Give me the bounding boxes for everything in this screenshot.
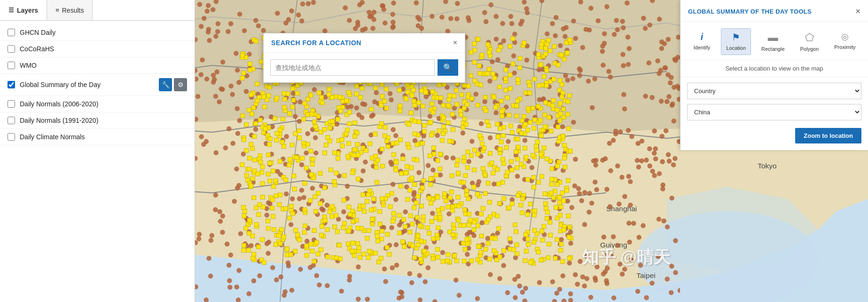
proximity-label: Proximity [834, 44, 855, 50]
search-modal-header: SEARCH FOR A LOCATION × [264, 33, 465, 53]
identify-label: Identify [694, 45, 710, 50]
select-location-hint: Select a location to view on the map [680, 60, 868, 77]
tools-panel-close-button[interactable]: × [855, 7, 860, 16]
layers-icon: ☰ [8, 7, 14, 14]
tools-panel-title: GLOBAL SUMMARY OF THE DAY TOOLS [688, 8, 812, 15]
layer-item-ghcn: GHCN Daily [0, 24, 195, 41]
svg-text:Taipei: Taipei [636, 271, 655, 279]
layer-item-daily-normals-2006: Daily Normals (2006-2020) [0, 96, 195, 112]
search-location-modal: SEARCH FOR A LOCATION × 🔍 [263, 33, 465, 83]
polygon-label: Polygon [800, 46, 819, 52]
sidebar: ☰ Layers ≡ Results GHCN Daily CoCoRaHS W… [0, 0, 195, 302]
tools-panel: GLOBAL SUMMARY OF THE DAY TOOLS × i Iden… [680, 0, 868, 150]
layer-item-daily-climate-normals: Daily Climate Normals [0, 129, 195, 145]
results-icon: ≡ [55, 7, 59, 14]
layer-label-ghcn: GHCN Daily [20, 29, 187, 36]
layer-item-global-summary: Global Summary of the Day 🔧 ⚙ [0, 74, 195, 96]
layer-actions-global-summary: 🔧 ⚙ [159, 78, 187, 91]
results-tab-label: Results [62, 7, 84, 14]
tools-row: i Identify ⚑ Location ▬ Rectangle ⬠ Poly… [680, 22, 868, 60]
layer-label-cocorahs: CoCoRaHS [20, 45, 187, 53]
search-modal-close-button[interactable]: × [453, 39, 457, 47]
layer-checkbox-daily-climate-normals[interactable] [8, 133, 15, 141]
country-value-select[interactable]: China United States Japan India [687, 104, 861, 120]
tab-layers[interactable]: ☰ Layers [0, 0, 47, 20]
tool-rectangle[interactable]: ▬ Rectangle [756, 28, 790, 55]
svg-text:Tokyo: Tokyo [758, 162, 776, 170]
location-icon: ⚑ [732, 32, 740, 43]
rectangle-icon: ▬ [768, 32, 778, 44]
layers-tab-label: Layers [17, 7, 38, 14]
tab-results[interactable]: ≡ Results [47, 0, 93, 20]
layer-checkbox-global-summary[interactable] [8, 81, 15, 88]
layer-checkbox-ghcn[interactable] [8, 29, 15, 36]
svg-text:Shanghai: Shanghai [606, 205, 637, 213]
layer-checkbox-cocorahs[interactable] [8, 45, 15, 53]
layer-list: GHCN Daily CoCoRaHS WMO Global Summary o… [0, 21, 195, 149]
identify-icon: i [701, 32, 704, 42]
location-filters: Country China United States Japan India [680, 77, 868, 126]
location-search-button[interactable]: 🔍 [438, 59, 458, 76]
sidebar-tabs: ☰ Layers ≡ Results [0, 0, 195, 21]
proximity-icon: ◎ [841, 32, 849, 42]
tool-location[interactable]: ⚑ Location [721, 28, 751, 55]
tools-panel-header: GLOBAL SUMMARY OF THE DAY TOOLS × [680, 0, 868, 22]
layer-item-daily-normals-1991: Daily Normals (1991-2020) [0, 112, 195, 129]
search-modal-title: SEARCH FOR A LOCATION [271, 39, 361, 47]
layer-item-cocorahs: CoCoRaHS [0, 41, 195, 57]
layer-checkbox-daily-normals-2006[interactable] [8, 100, 15, 108]
location-search-input[interactable] [270, 59, 435, 76]
layer-label-wmo: WMO [20, 62, 187, 69]
rectangle-label: Rectangle [761, 46, 785, 52]
tool-polygon[interactable]: ⬠ Polygon [795, 28, 824, 55]
layer-item-wmo: WMO [0, 57, 195, 74]
layer-settings-btn[interactable]: ⚙ [174, 78, 187, 91]
tool-identify[interactable]: i Identify [688, 28, 716, 55]
country-type-select[interactable]: Country [687, 83, 861, 99]
tool-proximity[interactable]: ◎ Proximity [829, 28, 860, 55]
layer-config-btn[interactable]: 🔧 [159, 78, 172, 91]
search-modal-body: 🔍 [264, 53, 465, 82]
watermark-text: 知乎 @晴天 [582, 246, 671, 269]
layer-checkbox-wmo[interactable] [8, 62, 15, 69]
zoom-to-location-button[interactable]: Zoom to location [795, 128, 861, 143]
polygon-icon: ⬠ [805, 32, 814, 44]
layer-label-global-summary: Global Summary of the Day [20, 81, 154, 88]
layer-label-daily-climate-normals: Daily Climate Normals [20, 133, 187, 141]
layer-label-daily-normals-2006: Daily Normals (2006-2020) [20, 100, 187, 108]
layer-label-daily-normals-1991: Daily Normals (1991-2020) [20, 117, 187, 124]
location-label: Location [726, 45, 746, 51]
layer-checkbox-daily-normals-1991[interactable] [8, 117, 15, 124]
